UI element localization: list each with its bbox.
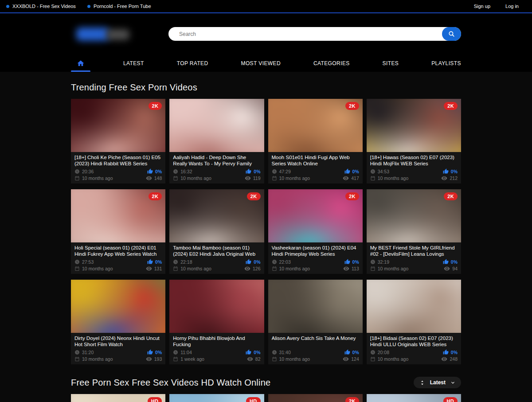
signup-link[interactable]: Sign up	[474, 4, 490, 9]
video-view-count: 124	[351, 356, 359, 362]
clock-icon	[370, 259, 376, 265]
clock-icon	[272, 169, 277, 174]
nav-home-tab[interactable]	[71, 55, 90, 72]
video-duration: 16:32	[180, 169, 192, 174]
clock-icon	[173, 350, 178, 355]
video-thumbnail: 2K	[169, 189, 264, 242]
video-card[interactable]: HD	[169, 394, 264, 402]
video-duration: 31:20	[82, 350, 94, 355]
thumbs-up-icon	[443, 259, 449, 265]
sort-dropdown[interactable]: Latest	[414, 377, 461, 388]
video-title: Dirty Doyel (2024) Neonx Hindi Uncut Hot…	[74, 335, 162, 347]
video-card[interactable]: HD	[367, 394, 461, 402]
clock-icon	[173, 169, 178, 174]
video-thumbnail: HD	[169, 394, 264, 402]
calendar-icon	[272, 356, 277, 362]
video-card[interactable]: 2K Holi Special (season 01) (2024) E01 H…	[71, 189, 165, 274]
video-title: My BEST Friend Stole My GIRLfriend #02 -…	[370, 245, 458, 257]
video-title: Tamboo Mai Bamboo (season 01) (2024) E02…	[173, 245, 260, 257]
nav-tab-top-rated[interactable]: TOP RATED	[177, 60, 208, 66]
video-card[interactable]: 2K Tamboo Mai Bamboo (season 01) (2024) …	[169, 189, 264, 274]
quality-badge: 2K	[247, 192, 261, 200]
video-card[interactable]: Aaliyah Hadid - Deep Down She Really Wan…	[169, 99, 264, 183]
video-view-count: 248	[450, 356, 458, 362]
video-upload-age: 10 months ago	[279, 356, 310, 362]
nav-tab-categories[interactable]: CATEGORIES	[313, 60, 350, 66]
clock-icon	[370, 350, 376, 355]
thumbs-up-icon	[443, 168, 449, 174]
video-thumbnail	[169, 280, 264, 333]
video-card[interactable]: 2K My BEST Friend Stole My GIRLfriend #0…	[367, 189, 461, 274]
video-meta-row-2: 10 months ago 248	[370, 356, 458, 362]
free-porn-video-grid: HD	[71, 394, 461, 402]
bullet-dot-icon	[87, 5, 90, 8]
section-title-free-porn: Free Porn Sex Free Sex Videos HD Watch O…	[71, 378, 270, 388]
thumbs-up-icon	[147, 168, 153, 174]
logo-gray-shape	[106, 29, 129, 40]
video-meta-row-2: 10 months ago 119	[173, 175, 260, 181]
video-duration: 20:08	[378, 350, 389, 355]
video-thumbnail: 2K	[268, 99, 363, 152]
video-card[interactable]: Dirty Doyel (2024) Neonx Hindi Uncut Hot…	[71, 280, 165, 364]
video-card[interactable]: HD	[71, 394, 165, 402]
eye-icon	[441, 175, 447, 181]
nav-tab-latest[interactable]: LATEST	[123, 60, 144, 66]
video-title: Alison Avery Catch Sis Take A Money	[272, 335, 359, 347]
topbar-site-links: XXXBOLD - Free Sex Videos Porncold - Fre…	[6, 4, 151, 9]
video-upload-age: 10 months ago	[279, 266, 310, 271]
video-duration: 31:40	[279, 350, 291, 355]
video-thumbnail: 2K	[268, 189, 363, 242]
video-like-percentage: 0%	[352, 350, 359, 355]
video-card[interactable]: [18+] Bidaai (Season 02) E07 (2023) Hind…	[367, 280, 461, 364]
video-thumbnail	[71, 280, 165, 333]
video-card[interactable]: 2K	[268, 394, 363, 402]
calendar-icon	[173, 176, 178, 181]
video-meta-row-2: 10 months ago 148	[74, 175, 162, 181]
site-header	[0, 13, 532, 55]
clock-icon	[272, 259, 277, 265]
site-logo[interactable]	[71, 24, 133, 44]
eye-icon	[444, 265, 450, 272]
video-card-info: Aaliyah Hadid - Deep Down She Really Wan…	[169, 152, 264, 183]
thumbs-up-icon	[443, 349, 449, 355]
video-duration: 27:53	[82, 259, 94, 265]
nav-tab-sites[interactable]: SITES	[383, 60, 399, 66]
video-meta-row-1: 22:03 0%	[272, 259, 359, 265]
video-title: Mooh S01e01 Hindi Fugi App Web Series Wa…	[272, 154, 359, 167]
video-upload-age: 10 months ago	[378, 266, 408, 271]
video-duration: 47:29	[279, 169, 291, 174]
video-card[interactable]: 2K Mooh S01e01 Hindi Fugi App Web Series…	[268, 99, 363, 183]
video-card[interactable]: Horny Pihu Bhabhi Blowjob And Fucking 11…	[169, 280, 264, 364]
video-thumbnail: 2K	[367, 189, 461, 242]
section-head-free-porn: Free Porn Sex Free Sex Videos HD Watch O…	[71, 377, 461, 388]
clock-icon	[74, 169, 80, 174]
video-card[interactable]: 2K [18+] Hawas (Season 02) E07 (2023) Hi…	[367, 99, 461, 183]
thumbs-up-icon	[246, 259, 251, 265]
nav-tab-playlists[interactable]: PLAYLISTS	[431, 60, 461, 66]
video-duration: 32:19	[378, 259, 389, 265]
video-like-percentage: 0%	[155, 259, 162, 265]
calendar-icon	[74, 356, 80, 362]
search-input[interactable]	[168, 31, 442, 37]
calendar-icon	[74, 176, 80, 181]
quality-badge: HD	[443, 397, 458, 402]
video-like-percentage: 0%	[451, 350, 458, 355]
topbar-site-link-xxxbold[interactable]: XXXBOLD - Free Sex Videos	[6, 4, 76, 9]
sort-arrows-icon	[419, 380, 425, 386]
nav-tab-most-viewed[interactable]: MOST VIEWED	[241, 60, 281, 66]
video-card[interactable]: 2K Vasheekaran (season 01) (2024) E04 Hi…	[268, 189, 363, 274]
video-card[interactable]: Alison Avery Catch Sis Take A Money 31:4…	[268, 280, 363, 364]
video-card[interactable]: 2K [18+] Choli Ke Piche (Season 01) E05 …	[71, 99, 165, 183]
video-upload-age: 10 months ago	[82, 266, 113, 271]
video-thumbnail	[268, 280, 363, 333]
thumbs-up-icon	[246, 168, 251, 174]
video-title: [18+] Bidaai (Season 02) E07 (2023) Hind…	[370, 335, 458, 347]
video-like-percentage: 0%	[451, 169, 458, 174]
video-view-count: 82	[255, 356, 261, 362]
topbar-site-link-porncold[interactable]: Porncold - Free Porn Tube	[87, 4, 151, 9]
login-link[interactable]: Log in	[505, 4, 519, 9]
video-title: Holi Special (season 01) (2024) E01 Hind…	[74, 245, 162, 257]
video-view-count: 212	[450, 176, 458, 181]
search-button[interactable]	[442, 27, 461, 41]
video-meta-row-1: 31:20 0%	[74, 349, 162, 355]
